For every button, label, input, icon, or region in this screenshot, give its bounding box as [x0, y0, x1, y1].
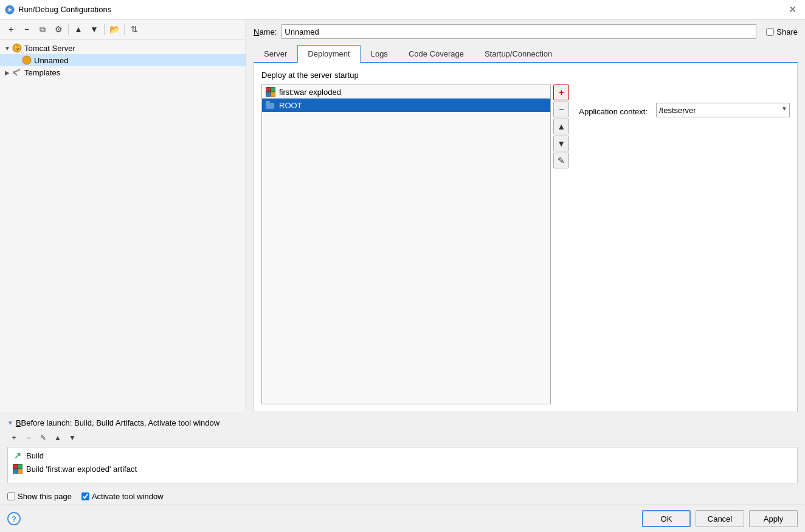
- deploy-down-button[interactable]: ▼: [553, 136, 569, 151]
- config-tabs: Server Deployment Logs Code Coverage Sta…: [254, 45, 798, 63]
- bl-edit-button[interactable]: ✎: [36, 431, 50, 444]
- templates-label: Templates: [24, 68, 60, 77]
- deploy-section-label: Deploy at the server startup: [261, 71, 790, 80]
- app-context-select-wrapper: /testserver: [656, 103, 790, 117]
- svg-point-4: [22, 56, 31, 64]
- tree-item-unnamed[interactable]: Unnamed: [0, 54, 246, 66]
- activate-window-checkbox[interactable]: [81, 492, 89, 500]
- svg-point-7: [13, 71, 15, 74]
- templates-icon: [12, 67, 22, 77]
- bl-item-build-label: Build: [26, 451, 44, 460]
- folder-icon-root: [266, 100, 275, 110]
- left-panel: + − ⧉ ⚙ ▲ ▼ 📂 ⇅ ▼ 🐱 Tomc: [0, 19, 246, 412]
- bl-item-build[interactable]: ↗ Build: [8, 449, 797, 462]
- name-row: Name: Share: [254, 24, 798, 39]
- bl-item-build-artifact-label: Build 'first:war exploded' artifact: [26, 465, 137, 474]
- deploy-list: first:war exploded ROOT: [261, 85, 551, 404]
- deploy-item-war-exploded[interactable]: first:war exploded: [262, 85, 550, 98]
- before-launch-section: ▼ BBefore launch: Build, Build Artifacts…: [0, 412, 805, 488]
- bottom-options: Show this page Activate tool window: [0, 488, 805, 505]
- deploy-add-button[interactable]: +: [553, 85, 569, 100]
- before-launch-header: ▼ BBefore launch: Build, Build Artifacts…: [7, 418, 798, 427]
- sort-button[interactable]: ⇅: [127, 22, 142, 36]
- left-toolbar: + − ⧉ ⚙ ▲ ▼ 📂 ⇅: [0, 19, 246, 40]
- app-context-column: Application context: /testserver: [572, 85, 790, 404]
- close-button[interactable]: ✕: [785, 2, 800, 16]
- share-checkbox[interactable]: [766, 28, 774, 36]
- window-title: Run/Debug Configurations: [18, 5, 111, 14]
- before-launch-collapse-arrow[interactable]: ▼: [7, 420, 13, 426]
- expand-arrow-templates: ▶: [2, 67, 12, 77]
- toolbar-separator-2: [104, 24, 105, 35]
- name-field-label: Name:: [254, 27, 277, 36]
- deploy-area: first:war exploded ROOT: [261, 85, 790, 404]
- tree-item-tomcat-server[interactable]: ▼ 🐱 Tomcat Server: [0, 42, 246, 54]
- run-debug-icon: [5, 5, 15, 15]
- unnamed-label: Unnamed: [34, 56, 68, 65]
- bl-remove-button[interactable]: −: [22, 431, 35, 444]
- tomcat-server-label: Tomcat Server: [24, 44, 75, 53]
- show-page-label: Show this page: [18, 492, 72, 501]
- unnamed-icon: [22, 55, 32, 65]
- main-content: + − ⧉ ⚙ ▲ ▼ 📂 ⇅ ▼ 🐱 Tomc: [0, 19, 805, 412]
- app-context-label: Application context:: [579, 105, 648, 116]
- right-panel: Name: Share Server Deployment Logs Code …: [246, 19, 805, 412]
- tree-item-templates[interactable]: ▶ Templates: [0, 66, 246, 78]
- tab-logs[interactable]: Logs: [361, 45, 398, 63]
- remove-config-button[interactable]: −: [19, 22, 34, 36]
- tomcat-icon: 🐱: [12, 43, 22, 53]
- cancel-button[interactable]: Cancel: [696, 510, 744, 527]
- apply-button[interactable]: Apply: [749, 510, 798, 527]
- copy-config-button[interactable]: ⧉: [35, 22, 50, 36]
- config-tree: ▼ 🐱 Tomcat Server Unnamed: [0, 40, 246, 412]
- activate-window-label: Activate tool window: [92, 492, 164, 501]
- toolbar-separator-3: [124, 24, 125, 35]
- expand-arrow-unnamed: [12, 55, 22, 65]
- move-down-button[interactable]: ▼: [87, 22, 102, 36]
- bl-item-build-artifact[interactable]: Build 'first:war exploded' artifact: [8, 462, 797, 475]
- add-config-button[interactable]: +: [4, 22, 18, 36]
- help-button[interactable]: ?: [7, 512, 21, 525]
- artifact-icon-build: [13, 464, 22, 474]
- svg-text:🐱: 🐱: [14, 45, 21, 52]
- bl-down-button[interactable]: ▼: [66, 431, 79, 444]
- dialog-footer: ? OK Cancel Apply: [0, 505, 805, 532]
- show-page-checkbox[interactable]: [7, 492, 15, 500]
- before-launch-list: ↗ Build Build 'first:war exploded' artif…: [7, 447, 798, 483]
- share-option: Share: [766, 27, 798, 36]
- title-bar-left: Run/Debug Configurations: [5, 5, 111, 15]
- name-input[interactable]: [282, 24, 756, 39]
- tab-server[interactable]: Server: [254, 45, 297, 63]
- settings-button[interactable]: ⚙: [51, 22, 66, 36]
- deployment-tab-content: Deploy at the server startup: [254, 63, 798, 412]
- ok-button[interactable]: OK: [642, 510, 691, 527]
- deploy-item-root-label: ROOT: [279, 101, 302, 110]
- before-launch-toolbar: + − ✎ ▲ ▼: [7, 431, 798, 444]
- app-context-select[interactable]: /testserver: [656, 103, 790, 117]
- before-launch-label: BBefore launch: Build, Build Artifacts, …: [16, 418, 219, 427]
- show-page-option: Show this page: [7, 492, 72, 501]
- open-folder-button[interactable]: 📂: [107, 22, 122, 36]
- expand-arrow-tomcat: ▼: [2, 43, 12, 53]
- deploy-edit-button[interactable]: ✎: [553, 153, 569, 168]
- tab-code-coverage[interactable]: Code Coverage: [398, 45, 474, 63]
- deploy-item-root[interactable]: ROOT: [262, 98, 550, 112]
- deploy-up-button[interactable]: ▲: [553, 119, 569, 134]
- app-context-row: Application context: /testserver: [579, 103, 790, 117]
- artifact-icon-war-exploded: [266, 87, 275, 97]
- bl-up-button[interactable]: ▲: [51, 431, 64, 444]
- move-up-button[interactable]: ▲: [71, 22, 86, 36]
- tab-startup-connection[interactable]: Startup/Connection: [474, 45, 562, 63]
- toolbar-separator-1: [68, 24, 69, 35]
- title-bar: Run/Debug Configurations ✕: [0, 0, 805, 19]
- share-label: Share: [776, 27, 798, 36]
- activate-window-option: Activate tool window: [81, 492, 164, 501]
- build-arrow-icon: ↗: [13, 451, 22, 460]
- deploy-side-buttons: + − ▲ ▼ ✎: [551, 85, 572, 404]
- deploy-list-area: first:war exploded ROOT: [261, 85, 572, 404]
- deploy-item-war-exploded-label: first:war exploded: [279, 88, 341, 97]
- tab-deployment[interactable]: Deployment: [297, 45, 360, 63]
- deploy-remove-button[interactable]: −: [553, 102, 569, 117]
- bl-add-button[interactable]: +: [7, 431, 21, 444]
- footer-left: ?: [7, 512, 21, 525]
